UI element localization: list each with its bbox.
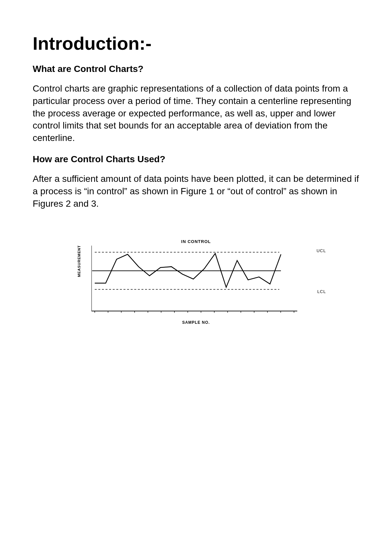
chart-ucl-label: UCL <box>317 248 326 253</box>
section-heading-2: How are Control Charts Used? <box>33 154 359 165</box>
section-body-2: After a sufficient amount of data points… <box>33 173 359 210</box>
chart-xlabel: SAMPLE NO. <box>182 320 210 325</box>
control-chart-svg <box>91 246 301 318</box>
control-chart-figure: IN CONTROL MEASUREMENT SAMPLE NO. UCL LC… <box>33 239 359 324</box>
chart-lcl-label: LCL <box>317 289 326 294</box>
chart-title: IN CONTROL <box>181 239 211 244</box>
data-line <box>95 253 281 287</box>
page-title: Introduction:- <box>33 33 359 54</box>
section-body-1: Control charts are graphic representatio… <box>33 82 359 144</box>
section-heading-1: What are Control Charts? <box>33 64 359 74</box>
chart-ylabel: MEASUREMENT <box>77 245 81 277</box>
